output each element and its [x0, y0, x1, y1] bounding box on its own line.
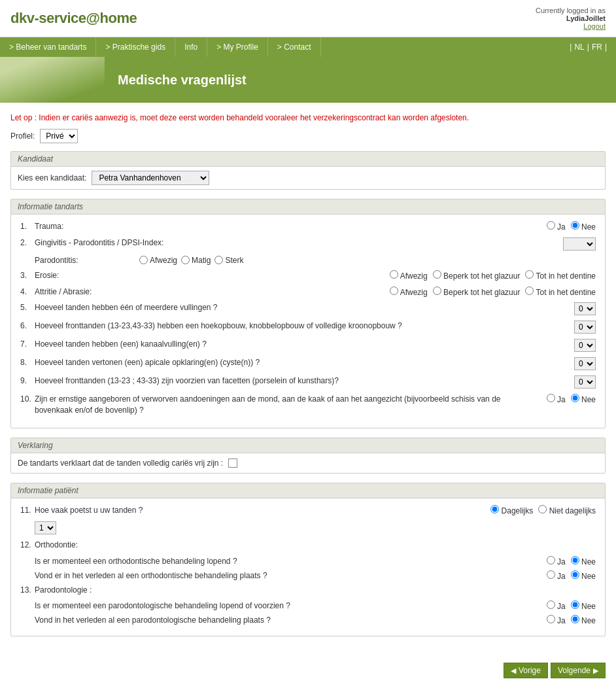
par-afwezig-radio[interactable]: [139, 256, 148, 264]
q11-dagelijks-label[interactable]: Dagelijks: [490, 505, 533, 515]
q13a-nee-label[interactable]: Nee: [571, 600, 596, 611]
kandidaat-select[interactable]: Petra Vanhandenhoven: [92, 171, 209, 185]
question-8: 8. Hoeveel tanden vertonen (een) apicale…: [20, 357, 596, 370]
q4-beperk-radio[interactable]: [433, 286, 441, 295]
logout-link[interactable]: Logout: [583, 22, 606, 30]
q12a-nee-radio[interactable]: [571, 556, 579, 564]
q9-text: Hoeveel fronttanden (13-23 ; 43-33) zijn…: [35, 375, 574, 387]
q4-afwezig-radio[interactable]: [390, 286, 398, 295]
nav-profile[interactable]: > My Profile: [207, 37, 268, 57]
q4-answer: Afwezig Beperk tot het glazuur Tot in he…: [390, 286, 596, 297]
q5-select[interactable]: 012345: [574, 302, 596, 315]
profiel-label: Profiel:: [10, 131, 35, 141]
verklaring-text: De tandarts verklaart dat de tanden voll…: [18, 459, 223, 468]
q4-tot-radio[interactable]: [525, 286, 534, 295]
q10-ja-label[interactable]: Ja: [547, 394, 566, 404]
q12b-ja-label[interactable]: Ja: [547, 570, 566, 581]
q12b-nee-label[interactable]: Nee: [571, 570, 596, 581]
question-7: 7. Hoeveel tanden hebben (een) kanaalvul…: [20, 339, 596, 352]
q8-num: 8.: [20, 357, 35, 367]
q4-tot-label[interactable]: Tot in het dentine: [525, 286, 596, 297]
lang-nl[interactable]: NL: [574, 43, 584, 52]
q3-beperk-radio[interactable]: [433, 270, 441, 279]
q12a-answer: Ja Nee: [547, 556, 596, 566]
q10-ja-radio[interactable]: [547, 394, 555, 402]
q1-nee-label[interactable]: Nee: [571, 221, 596, 232]
q11-niet-label[interactable]: Niet dagelijks: [538, 505, 596, 515]
q7-select[interactable]: 0123: [574, 339, 596, 352]
q6-answer: 0123: [574, 321, 596, 334]
q1-nee-radio[interactable]: [571, 221, 579, 230]
nav-beheer[interactable]: > Beheer van tandarts: [0, 37, 96, 57]
question-12: 12. Orthodontie:: [20, 540, 596, 551]
verklaring-checkbox[interactable]: [228, 459, 237, 468]
q13b-nee-radio[interactable]: [571, 615, 579, 623]
vorige-arrow-icon: ◀: [511, 667, 516, 675]
q10-nee-label[interactable]: Nee: [571, 394, 596, 404]
q12b-nee-radio[interactable]: [571, 570, 579, 579]
par-matig-label[interactable]: Matig: [181, 256, 211, 265]
q12a-nee-label[interactable]: Nee: [571, 556, 596, 566]
q9-select[interactable]: 0123: [574, 375, 596, 389]
q11-sub-select[interactable]: 123: [35, 521, 56, 534]
question-9: 9. Hoeveel fronttanden (13-23 ; 43-33) z…: [20, 375, 596, 389]
q10-text: Zijn er ernstige aangeboren of verworven…: [35, 394, 547, 416]
q5-num: 5.: [20, 302, 35, 312]
q13b-ja-label[interactable]: Ja: [547, 615, 566, 625]
hero-section: Medische vragenlijst: [0, 57, 616, 103]
q12a-ja-radio[interactable]: [547, 556, 555, 564]
q13a-row: Is er momenteel een parodontologische be…: [35, 600, 596, 611]
q1-ja-radio[interactable]: [547, 221, 555, 230]
q3-tot-label[interactable]: Tot in het dentine: [525, 270, 596, 281]
q13a-ja-label[interactable]: Ja: [547, 600, 566, 611]
q3-beperk-label[interactable]: Beperk tot het glazuur: [433, 270, 521, 281]
q3-afwezig-label[interactable]: Afwezig: [390, 270, 428, 281]
q13a-ja-radio[interactable]: [547, 600, 555, 609]
q3-afwezig-radio[interactable]: [390, 270, 398, 279]
q11-text: Hoe vaak poetst u uw tanden ?: [35, 505, 490, 516]
q1-ja-label[interactable]: Ja: [547, 221, 566, 232]
q4-afwezig-label[interactable]: Afwezig: [390, 286, 428, 297]
q13b-row: Vond in het verleden al een parodontolog…: [35, 615, 596, 625]
q13b-text: Vond in het verleden al een parodontolog…: [35, 616, 541, 625]
par-sterk-radio[interactable]: [214, 256, 223, 264]
q12b-ja-radio[interactable]: [547, 570, 555, 579]
question-3: 3. Erosie: Afwezig Beperk tot het glazuu…: [20, 270, 596, 281]
q8-select[interactable]: 0123: [574, 357, 596, 370]
volgende-label: Volgende: [558, 666, 590, 675]
q2-select[interactable]: 01234: [563, 237, 596, 251]
vorige-button[interactable]: ◀ Vorige: [504, 663, 548, 678]
q10-nee-radio[interactable]: [571, 394, 579, 402]
q13a-nee-radio[interactable]: [571, 600, 579, 609]
par-matig-radio[interactable]: [181, 256, 190, 264]
nav-info[interactable]: Info: [175, 37, 207, 57]
volgende-button[interactable]: Volgende ▶: [551, 663, 606, 678]
hero-image-inner: [0, 57, 105, 103]
profiel-select[interactable]: Privé: [40, 129, 78, 143]
q13a-text: Is er momenteel een parodontologische be…: [35, 601, 541, 610]
q13b-nee-label[interactable]: Nee: [571, 615, 596, 625]
par-sterk-label[interactable]: Sterk: [214, 256, 243, 265]
q13b-ja-radio[interactable]: [547, 615, 555, 623]
par-afwezig-label[interactable]: Afwezig: [139, 256, 177, 265]
q11-sub: 123: [35, 521, 596, 534]
question-11: 11. Hoe vaak poetst u uw tanden ? Dageli…: [20, 505, 596, 516]
kandidaat-section: Kandidaat Kies een kandidaat: Petra Vanh…: [10, 151, 606, 190]
q6-select[interactable]: 0123: [574, 321, 596, 334]
q2-text: Gingivitis - Parodontitis / DPSI-Index:: [35, 237, 563, 249]
nav-contact[interactable]: > Contact: [268, 37, 321, 57]
q5-text: Hoeveel tanden hebben één of meerdere vu…: [35, 302, 574, 313]
q4-num: 4.: [20, 286, 35, 296]
parodontitis-row: Parodontitis: Afwezig Matig Sterk: [35, 256, 596, 265]
q4-beperk-label[interactable]: Beperk tot het glazuur: [433, 286, 521, 297]
question-2: 2. Gingivitis - Parodontitis / DPSI-Inde…: [20, 237, 596, 251]
q3-answer: Afwezig Beperk tot het glazuur Tot in he…: [390, 270, 596, 281]
volgende-arrow-icon: ▶: [593, 667, 598, 675]
nav-praktische[interactable]: > Praktische gids: [96, 37, 175, 57]
q11-niet-radio[interactable]: [538, 505, 547, 513]
logo: dkv-service@home: [10, 10, 137, 27]
q3-tot-radio[interactable]: [525, 270, 534, 279]
lang-fr[interactable]: FR: [592, 43, 602, 52]
q11-dagelijks-radio[interactable]: [490, 505, 499, 513]
q12a-ja-label[interactable]: Ja: [547, 556, 566, 566]
